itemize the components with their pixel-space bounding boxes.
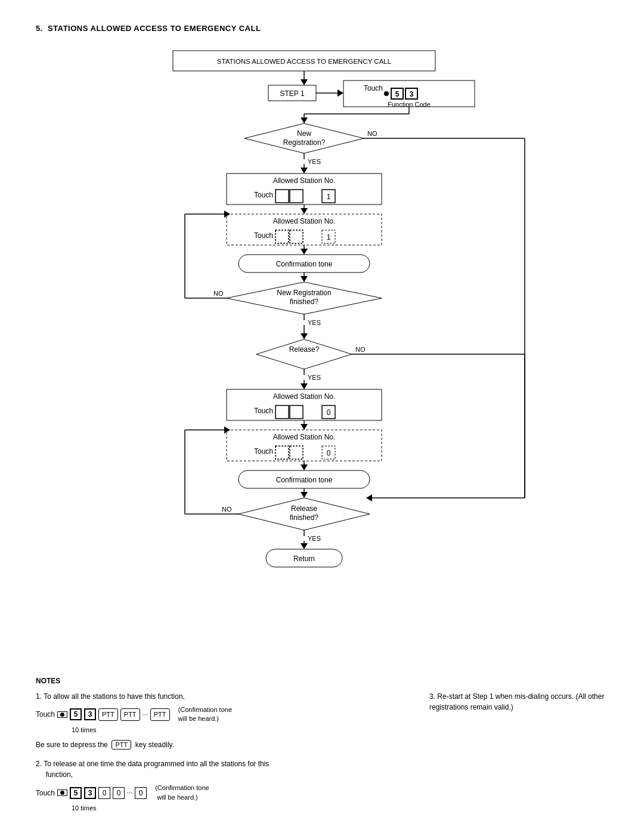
note2-text: 2. To release at one time the data progr… <box>36 758 405 780</box>
svg-rect-86 <box>275 446 289 459</box>
note1-touch-line: Touch 5 3 PTT PTT ··· PTT (Confirmation … <box>36 705 405 724</box>
svg-marker-51 <box>301 276 308 282</box>
note2-touch-label: Touch <box>36 788 55 798</box>
note2-dots: ··· <box>127 788 132 798</box>
svg-text:STEP 1: STEP 1 <box>280 89 304 98</box>
svg-text:NO: NO <box>355 346 366 353</box>
note1-3-btn: 3 <box>84 708 96 720</box>
note1-dots: ··· <box>143 710 148 720</box>
svg-marker-19 <box>301 117 308 123</box>
svg-rect-78 <box>290 405 303 419</box>
svg-rect-43 <box>290 230 303 243</box>
svg-text:finished?: finished? <box>290 513 318 522</box>
svg-marker-66 <box>256 339 352 369</box>
svg-text:NO: NO <box>222 506 232 513</box>
svg-text:Touch: Touch <box>254 191 273 199</box>
svg-text:Confirmation  tone: Confirmation tone <box>276 476 333 484</box>
svg-point-10 <box>384 91 389 96</box>
page-title: 5. STATIONS ALLOWED ACCESS TO EMERGENCY … <box>36 24 608 33</box>
svg-text:Allowed  Station  No.: Allowed Station No. <box>273 392 336 401</box>
note1-ptt-inline: PTT <box>112 740 131 750</box>
flowchart: STATIONS ALLOWED ACCESS TO EMERGENCY CAL… <box>36 45 608 653</box>
svg-text:Touch: Touch <box>364 84 383 92</box>
svg-text:1: 1 <box>327 233 331 241</box>
svg-text:STATIONS ALLOWED ACCESS TO EME: STATIONS ALLOWED ACCESS TO EMERGENCY CAL… <box>217 58 392 65</box>
svg-text:Registration?: Registration? <box>283 138 326 147</box>
svg-text:YES: YES <box>308 158 321 165</box>
note-2: 2. To release at one time the data progr… <box>36 758 405 813</box>
note2-3-btn: 3 <box>84 787 96 799</box>
svg-text:NO: NO <box>367 130 377 137</box>
note1-dot-btn <box>57 711 67 718</box>
svg-text:YES: YES <box>308 374 321 381</box>
note1-5-btn: 5 <box>70 708 82 720</box>
note2-0-btn3: 0 <box>135 787 147 799</box>
svg-text:Return: Return <box>293 555 315 563</box>
note-1: 1. To allow all the stations to have thi… <box>36 691 405 750</box>
svg-marker-110 <box>301 543 308 549</box>
svg-text:Touch: Touch <box>254 407 273 415</box>
svg-text:YES: YES <box>308 535 321 542</box>
svg-rect-77 <box>275 405 289 419</box>
svg-text:0: 0 <box>327 408 331 417</box>
svg-text:Touch: Touch <box>254 231 273 240</box>
svg-marker-38 <box>301 208 308 214</box>
svg-text:5: 5 <box>395 90 400 98</box>
svg-rect-34 <box>290 190 303 203</box>
notes-section: NOTES 1. To allow all the stations to ha… <box>36 677 608 822</box>
note1-conf: (Confirmation tonewill be heard.) <box>178 705 233 724</box>
svg-text:0: 0 <box>327 449 331 457</box>
svg-text:NO: NO <box>213 290 224 297</box>
svg-text:Release: Release <box>291 504 317 513</box>
svg-marker-73 <box>301 383 308 389</box>
svg-marker-3 <box>301 79 308 85</box>
note-3: 3. Re-start at Step 1 when mis-dialing o… <box>429 691 608 713</box>
svg-marker-82 <box>301 424 308 430</box>
svg-text:Allowed  Station  No.: Allowed Station No. <box>273 176 336 185</box>
svg-text:3: 3 <box>410 90 414 98</box>
svg-marker-109 <box>366 494 372 501</box>
note2-0-btn2: 0 <box>113 787 125 799</box>
svg-text:Allowed  Station  No.: Allowed Station No. <box>273 217 336 225</box>
note2-dot-btn <box>57 789 67 796</box>
svg-marker-95 <box>301 492 308 498</box>
note1-ptt-instruction: Be sure to depress the PTT key steadily. <box>36 739 405 750</box>
svg-marker-47 <box>301 249 308 255</box>
svg-text:Allowed  Station  No.: Allowed Station No. <box>273 433 336 441</box>
note2-10times: 10 times <box>72 803 405 813</box>
svg-marker-65 <box>301 333 308 339</box>
svg-text:1: 1 <box>327 193 331 201</box>
svg-text:finished?: finished? <box>290 298 318 306</box>
svg-rect-33 <box>275 190 289 203</box>
svg-marker-29 <box>301 168 308 174</box>
note2-touch-line: Touch 5 3 0 0 ··· 0 (Confirmation tone w… <box>36 784 405 802</box>
note2-5-btn: 5 <box>70 787 82 799</box>
note2-conf: (Confirmation tone will be heard.) <box>155 784 209 802</box>
svg-text:New Registration: New Registration <box>277 289 331 297</box>
notes-title: NOTES <box>36 677 608 685</box>
svg-marker-91 <box>301 465 308 470</box>
note3-text: 3. Re-start at Step 1 when mis-dialing o… <box>429 691 608 713</box>
svg-text:Touch: Touch <box>254 447 273 456</box>
note1-ptt-btn2: PTT <box>120 708 140 721</box>
note1-ptt-btn1: PTT <box>98 708 118 721</box>
note1-touch-label: Touch <box>36 709 55 720</box>
svg-text:YES: YES <box>308 319 321 326</box>
svg-rect-42 <box>275 230 289 243</box>
svg-marker-7 <box>338 89 343 97</box>
note2-0-btn1: 0 <box>98 787 110 799</box>
note1-ptt-btn3: PTT <box>150 708 170 721</box>
svg-text:New: New <box>297 129 311 138</box>
note1-10times: 10 times <box>72 725 405 735</box>
svg-text:Confirmation  tone: Confirmation tone <box>276 260 333 268</box>
note1-text: 1. To allow all the stations to have thi… <box>36 691 405 702</box>
svg-text:Release?: Release? <box>289 345 320 354</box>
svg-rect-87 <box>290 446 303 459</box>
